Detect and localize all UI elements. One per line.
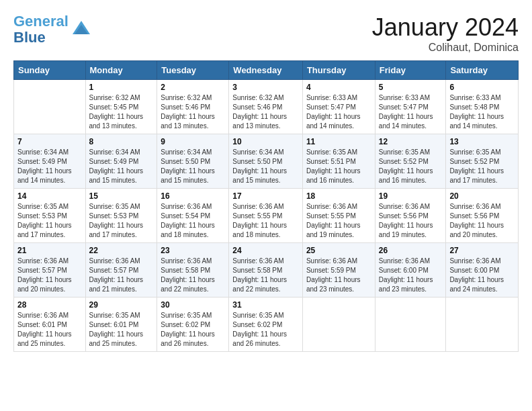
- day-number: 31: [232, 300, 299, 310]
- day-cell: 29Sunrise: 6:35 AM Sunset: 6:01 PM Dayli…: [85, 298, 157, 352]
- day-number: 23: [161, 246, 225, 255]
- day-number: 8: [89, 137, 154, 146]
- week-row-2: 7Sunrise: 6:34 AM Sunset: 5:49 PM Daylig…: [14, 134, 519, 189]
- day-info: Sunrise: 6:36 AM Sunset: 5:56 PM Dayligh…: [449, 202, 515, 240]
- day-cell: 2Sunrise: 6:32 AM Sunset: 5:46 PM Daylig…: [157, 80, 229, 134]
- day-info: Sunrise: 6:36 AM Sunset: 6:00 PM Dayligh…: [379, 257, 443, 294]
- day-cell: 7Sunrise: 6:34 AM Sunset: 5:49 PM Daylig…: [14, 134, 86, 189]
- day-cell: 16Sunrise: 6:36 AM Sunset: 5:54 PM Dayli…: [157, 189, 229, 243]
- day-number: 5: [379, 83, 443, 92]
- day-cell: 4Sunrise: 6:33 AM Sunset: 5:47 PM Daylig…: [302, 80, 375, 134]
- day-cell: 28Sunrise: 6:36 AM Sunset: 6:01 PM Dayli…: [14, 298, 86, 352]
- header-cell-saturday: Saturday: [446, 61, 519, 80]
- day-info: Sunrise: 6:36 AM Sunset: 5:56 PM Dayligh…: [379, 202, 443, 240]
- day-number: 2: [161, 83, 225, 92]
- day-info: Sunrise: 6:32 AM Sunset: 5:46 PM Dayligh…: [161, 93, 225, 131]
- day-number: 26: [379, 246, 443, 255]
- day-info: Sunrise: 6:35 AM Sunset: 6:02 PM Dayligh…: [161, 311, 225, 349]
- page-header: GeneralBlue January 2024 Colihaut, Domin…: [13, 13, 519, 54]
- day-cell: 3Sunrise: 6:32 AM Sunset: 5:46 PM Daylig…: [229, 80, 303, 134]
- day-number: 13: [449, 137, 515, 146]
- day-cell: 31Sunrise: 6:35 AM Sunset: 6:02 PM Dayli…: [229, 298, 303, 352]
- calendar-table: SundayMondayTuesdayWednesdayThursdayFrid…: [13, 60, 519, 352]
- header-cell-wednesday: Wednesday: [229, 61, 303, 80]
- day-number: 24: [232, 246, 299, 255]
- week-row-1: 1Sunrise: 6:32 AM Sunset: 5:45 PM Daylig…: [14, 80, 519, 134]
- day-cell: 11Sunrise: 6:35 AM Sunset: 5:51 PM Dayli…: [302, 134, 375, 189]
- day-info: Sunrise: 6:36 AM Sunset: 6:01 PM Dayligh…: [17, 311, 82, 349]
- day-cell: 9Sunrise: 6:34 AM Sunset: 5:50 PM Daylig…: [157, 134, 229, 189]
- calendar-body: 1Sunrise: 6:32 AM Sunset: 5:45 PM Daylig…: [14, 80, 519, 352]
- day-number: 18: [306, 191, 371, 201]
- week-row-3: 14Sunrise: 6:35 AM Sunset: 5:53 PM Dayli…: [14, 189, 519, 243]
- day-info: Sunrise: 6:32 AM Sunset: 5:46 PM Dayligh…: [232, 93, 299, 131]
- calendar-title: January 2024: [372, 13, 519, 42]
- day-cell: 26Sunrise: 6:36 AM Sunset: 6:00 PM Dayli…: [375, 243, 446, 298]
- day-cell: 24Sunrise: 6:36 AM Sunset: 5:58 PM Dayli…: [229, 243, 303, 298]
- day-number: 22: [89, 246, 154, 255]
- day-info: Sunrise: 6:34 AM Sunset: 5:49 PM Dayligh…: [17, 148, 82, 185]
- day-info: Sunrise: 6:34 AM Sunset: 5:50 PM Dayligh…: [161, 148, 225, 185]
- header-cell-sunday: Sunday: [14, 61, 86, 80]
- logo-text: GeneralBlue: [13, 13, 69, 46]
- day-cell: 13Sunrise: 6:35 AM Sunset: 5:52 PM Dayli…: [446, 134, 519, 189]
- day-number: 1: [89, 83, 154, 92]
- day-info: Sunrise: 6:36 AM Sunset: 6:00 PM Dayligh…: [449, 257, 515, 294]
- day-number: 17: [232, 191, 299, 201]
- day-info: Sunrise: 6:35 AM Sunset: 5:53 PM Dayligh…: [17, 202, 82, 240]
- day-info: Sunrise: 6:36 AM Sunset: 5:55 PM Dayligh…: [306, 202, 371, 240]
- header-cell-friday: Friday: [375, 61, 446, 80]
- day-info: Sunrise: 6:35 AM Sunset: 5:52 PM Dayligh…: [449, 148, 515, 185]
- day-number: 11: [306, 137, 371, 146]
- day-cell: 23Sunrise: 6:36 AM Sunset: 5:58 PM Dayli…: [157, 243, 229, 298]
- day-number: 21: [17, 246, 82, 255]
- day-cell: 22Sunrise: 6:36 AM Sunset: 5:57 PM Dayli…: [85, 243, 157, 298]
- day-info: Sunrise: 6:36 AM Sunset: 5:57 PM Dayligh…: [89, 257, 154, 294]
- day-info: Sunrise: 6:36 AM Sunset: 5:59 PM Dayligh…: [306, 257, 371, 294]
- day-number: 28: [17, 300, 82, 310]
- day-info: Sunrise: 6:36 AM Sunset: 5:54 PM Dayligh…: [161, 202, 225, 240]
- header-cell-tuesday: Tuesday: [157, 61, 229, 80]
- day-cell: 30Sunrise: 6:35 AM Sunset: 6:02 PM Dayli…: [157, 298, 229, 352]
- day-info: Sunrise: 6:34 AM Sunset: 5:49 PM Dayligh…: [89, 148, 154, 185]
- week-row-5: 28Sunrise: 6:36 AM Sunset: 6:01 PM Dayli…: [14, 298, 519, 352]
- day-number: 3: [232, 83, 299, 92]
- day-number: 29: [89, 300, 154, 310]
- day-cell: [375, 298, 446, 352]
- day-info: Sunrise: 6:33 AM Sunset: 5:47 PM Dayligh…: [306, 93, 371, 131]
- day-info: Sunrise: 6:36 AM Sunset: 5:55 PM Dayligh…: [232, 202, 299, 240]
- day-cell: 17Sunrise: 6:36 AM Sunset: 5:55 PM Dayli…: [229, 189, 303, 243]
- day-cell: [446, 298, 519, 352]
- day-info: Sunrise: 6:34 AM Sunset: 5:50 PM Dayligh…: [232, 148, 299, 185]
- day-cell: 6Sunrise: 6:33 AM Sunset: 5:48 PM Daylig…: [446, 80, 519, 134]
- day-number: 20: [449, 191, 515, 201]
- day-cell: 1Sunrise: 6:32 AM Sunset: 5:45 PM Daylig…: [85, 80, 157, 134]
- day-cell: 21Sunrise: 6:36 AM Sunset: 5:57 PM Dayli…: [14, 243, 86, 298]
- day-number: 15: [89, 191, 154, 201]
- day-info: Sunrise: 6:35 AM Sunset: 5:52 PM Dayligh…: [379, 148, 443, 185]
- day-cell: 10Sunrise: 6:34 AM Sunset: 5:50 PM Dayli…: [229, 134, 303, 189]
- day-info: Sunrise: 6:35 AM Sunset: 5:51 PM Dayligh…: [306, 148, 371, 185]
- day-info: Sunrise: 6:35 AM Sunset: 5:53 PM Dayligh…: [89, 202, 154, 240]
- day-number: 6: [449, 83, 515, 92]
- day-info: Sunrise: 6:32 AM Sunset: 5:45 PM Dayligh…: [89, 93, 154, 131]
- day-cell: [302, 298, 375, 352]
- day-number: 30: [161, 300, 225, 310]
- day-number: 16: [161, 191, 225, 201]
- day-cell: 27Sunrise: 6:36 AM Sunset: 6:00 PM Dayli…: [446, 243, 519, 298]
- day-cell: 15Sunrise: 6:35 AM Sunset: 5:53 PM Dayli…: [85, 189, 157, 243]
- title-block: January 2024 Colihaut, Dominica: [372, 13, 519, 54]
- day-number: 4: [306, 83, 371, 92]
- day-number: 19: [379, 191, 443, 201]
- day-cell: [14, 80, 86, 134]
- logo: GeneralBlue: [13, 13, 91, 46]
- calendar-header: SundayMondayTuesdayWednesdayThursdayFrid…: [14, 61, 519, 80]
- day-cell: 14Sunrise: 6:35 AM Sunset: 5:53 PM Dayli…: [14, 189, 86, 243]
- header-cell-thursday: Thursday: [302, 61, 375, 80]
- day-number: 7: [17, 137, 82, 146]
- day-info: Sunrise: 6:35 AM Sunset: 6:02 PM Dayligh…: [232, 311, 299, 349]
- day-info: Sunrise: 6:35 AM Sunset: 6:01 PM Dayligh…: [89, 311, 154, 349]
- day-number: 25: [306, 246, 371, 255]
- day-cell: 8Sunrise: 6:34 AM Sunset: 5:49 PM Daylig…: [85, 134, 157, 189]
- day-cell: 12Sunrise: 6:35 AM Sunset: 5:52 PM Dayli…: [375, 134, 446, 189]
